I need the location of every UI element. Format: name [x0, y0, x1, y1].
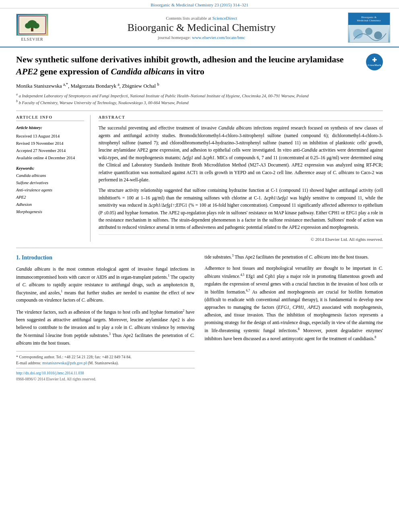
- accepted-date: Accepted 27 November 2014: [16, 147, 84, 154]
- journal-center-info: Contents lists available at ScienceDirec…: [56, 16, 347, 40]
- intro-paragraph-2: The virulence factors, such as adhesion …: [16, 308, 195, 347]
- abstract-header: ABSTRACT: [99, 115, 383, 121]
- intro-right-paragraph-1: tide substrates.3 Thus Ape2 facilitates …: [205, 253, 383, 261]
- paper-title: New synthetic sulfone derivatives inhibi…: [16, 53, 360, 77]
- intro-left-column: 1. Introduction Candida albicans is the …: [16, 253, 195, 383]
- paper-title-text: New synthetic sulfone derivatives inhibi…: [16, 53, 360, 77]
- journal-cover-title: Bioorganic &Medicinal Chemistry: [356, 15, 381, 23]
- elsevier-icon: [16, 14, 48, 36]
- intro-paragraph-1: Candida albicans is the most common etio…: [16, 265, 195, 304]
- available-date: Available online 4 December 2014: [16, 154, 84, 162]
- abstract-column: ABSTRACT The successful preventing and e…: [99, 115, 383, 241]
- journal-reference: Bioorganic & Medicinal Chemistry 23 (201…: [151, 2, 249, 7]
- journal-cover-top: Bioorganic &Medicinal Chemistry: [348, 13, 390, 25]
- keyword-5: Adhesion: [16, 201, 84, 208]
- keyword-2: Sulfone derivatives: [16, 179, 84, 187]
- doi-bar: http://dx.doi.org/10.1016/j.bmc.2014.11.…: [16, 368, 195, 383]
- article-info-abstract-section: ARTICLE INFO Article history: Received 1…: [16, 111, 383, 241]
- contents-line: Contents lists available at ScienceDirec…: [56, 16, 347, 21]
- crossmark-cross-icon: ✚: [372, 57, 377, 64]
- paper-content: New synthetic sulfone derivatives inhibi…: [0, 47, 399, 391]
- svg-point-5: [25, 23, 31, 29]
- article-info-header: ARTICLE INFO: [16, 115, 84, 121]
- homepage-link[interactable]: www.elsevier.com/locate/bmc: [192, 35, 245, 40]
- paper-title-section: New synthetic sulfone derivatives inhibi…: [16, 53, 383, 77]
- crossmark-badge[interactable]: ✚ CrossMark: [366, 53, 383, 70]
- keyword-1: Candida albicans: [16, 172, 84, 179]
- email-link[interactable]: mstaniszewska@pzh.gov.pl: [42, 361, 87, 365]
- email-note: E-mail address: mstaniszewska@pzh.gov.pl…: [16, 360, 195, 366]
- abstract-paragraph-2: The structure activity relationship sugg…: [99, 187, 383, 231]
- footnotes: * Corresponding author. Tel.: +48 22 54 …: [16, 351, 195, 366]
- keywords-list: Candida albicans Sulfone derivatives Ant…: [16, 172, 84, 215]
- copyright-line: © 2014 Elsevier Ltd. All rights reserved…: [99, 234, 383, 242]
- corresponding-author-note: * Corresponding author. Tel.: +48 22 54 …: [16, 354, 195, 360]
- article-info-column: ARTICLE INFO Article history: Received 1…: [16, 115, 90, 241]
- doi-link[interactable]: http://dx.doi.org/10.1016/j.bmc.2014.11.…: [16, 371, 84, 375]
- journal-cover-image: [348, 25, 390, 42]
- journal-cover-box: Bioorganic &Medicinal Chemistry: [348, 12, 390, 43]
- affiliations: a a Independent Laboratory of Streptomyc…: [16, 92, 383, 106]
- keyword-3: Anti-virulence agents: [16, 187, 84, 194]
- svg-point-10: [374, 31, 382, 39]
- elsevier-logo-area: ELSEVIER: [8, 14, 56, 41]
- keywords-section: Keywords: Candida albicans Sulfone deriv…: [16, 166, 84, 215]
- journal-header: ELSEVIER Contents lists available at Sci…: [0, 8, 399, 47]
- sciencedirect-link[interactable]: ScienceDirect: [212, 16, 237, 21]
- keyword-6: Morphogenesis: [16, 208, 84, 216]
- elsevier-tree-svg: [18, 15, 46, 35]
- keyword-4: APE2: [16, 194, 84, 201]
- intro-right-column: tide substrates.3 Thus Ape2 facilitates …: [205, 253, 383, 383]
- journal-homepage: journal homepage: www.elsevier.com/locat…: [56, 35, 347, 40]
- article-history: Article history: Received 13 August 2014…: [16, 124, 84, 161]
- section-divider: [16, 248, 383, 248]
- revised-date: Revised 19 November 2014: [16, 140, 84, 147]
- introduction-section: 1. Introduction Candida albicans is the …: [16, 253, 383, 383]
- affiliation-b: b b Faculty of Chemistry, Warsaw Univers…: [16, 99, 383, 106]
- keywords-title: Keywords:: [16, 166, 84, 170]
- journal-ref-bar: Bioorganic & Medicinal Chemistry 23 (201…: [0, 0, 399, 8]
- history-title: Article history:: [16, 124, 84, 131]
- elsevier-wordmark: ELSEVIER: [21, 37, 43, 41]
- section-1-title: 1. Introduction: [16, 253, 195, 262]
- abstract-text: The successful preventing and effective …: [99, 124, 383, 231]
- svg-point-6: [33, 23, 39, 29]
- received-date: Received 13 August 2014: [16, 133, 84, 140]
- intro-right-paragraph-2: Adherence to host tissues and morphologi…: [205, 265, 383, 342]
- issn-copyright: 0968-0896/© 2014 Elsevier Ltd. All right…: [16, 377, 96, 381]
- journal-cover-thumbnail: Bioorganic &Medicinal Chemistry: [347, 12, 391, 43]
- affiliation-a: a a Independent Laboratory of Streptomyc…: [16, 92, 383, 99]
- authors-line: Monika Staniszewska a,*, Małgorzata Bond…: [16, 82, 383, 89]
- abstract-paragraph-1: The successful preventing and effective …: [99, 124, 383, 183]
- svg-point-9: [365, 28, 372, 35]
- journal-title: Bioorganic & Medicinal Chemistry: [56, 22, 347, 34]
- crossmark-text: CrossMark: [368, 64, 381, 67]
